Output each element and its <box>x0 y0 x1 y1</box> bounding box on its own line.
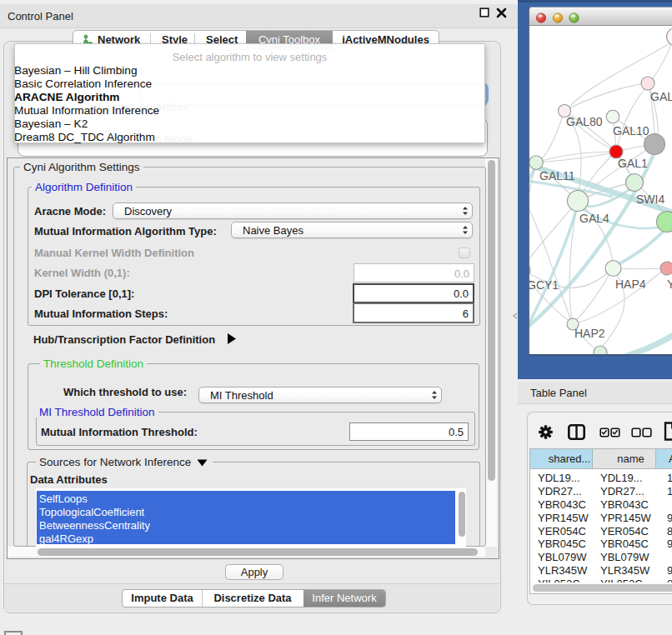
svg-text:GAL2: GAL2 <box>650 90 672 103</box>
svg-text:GAL11: GAL11 <box>539 169 575 182</box>
svg-text:SWI4: SWI4 <box>636 192 664 206</box>
svg-text:GAL1: GAL1 <box>618 157 648 170</box>
svg-text:GAL80: GAL80 <box>566 115 603 128</box>
svg-text:GCY1: GCY1 <box>529 278 559 292</box>
svg-text:GAL10: GAL10 <box>613 124 649 138</box>
svg-text:HAP4: HAP4 <box>615 278 646 291</box>
svg-text:GAL4: GAL4 <box>579 212 609 225</box>
svg-text:YJ: YJ <box>667 278 672 291</box>
svg-text:HAP2: HAP2 <box>574 327 605 340</box>
